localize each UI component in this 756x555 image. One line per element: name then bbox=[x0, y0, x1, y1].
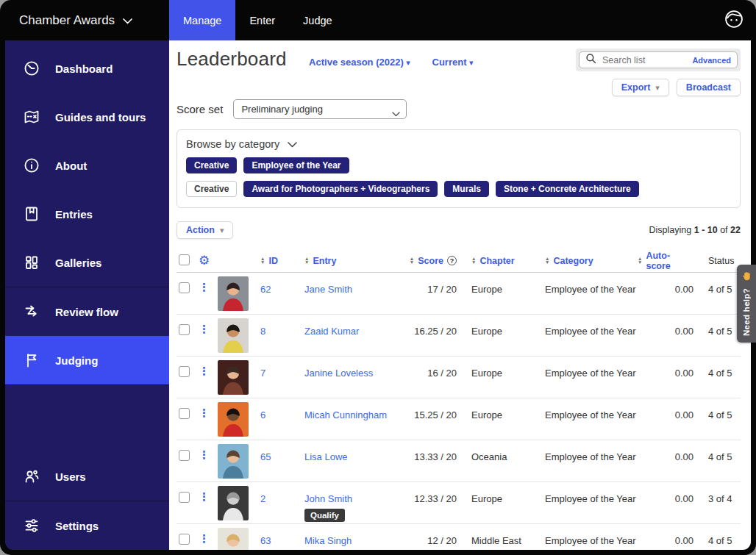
entry-id-cell: 2 bbox=[260, 482, 294, 504]
sidebar-item-label: Judging bbox=[55, 354, 98, 367]
info-icon bbox=[23, 157, 40, 174]
category-chip[interactable]: Murals bbox=[444, 181, 489, 197]
entry-photo[interactable] bbox=[218, 528, 249, 550]
action-button[interactable]: Action▾ bbox=[176, 221, 233, 239]
row-menu-icon[interactable]: ⋮ bbox=[199, 524, 218, 545]
entry-score: 17 / 20 bbox=[392, 273, 457, 295]
entry-id-link[interactable]: 8 bbox=[260, 326, 265, 337]
entry-photo[interactable] bbox=[218, 318, 249, 353]
account-switcher[interactable]: Chamber Awards bbox=[0, 0, 169, 40]
column-label: Auto-score bbox=[646, 251, 693, 271]
score-help-icon[interactable]: ? bbox=[447, 256, 457, 265]
entry-auto-score: 0.00 bbox=[638, 482, 699, 504]
sidebar-item-galleries[interactable]: Galleries bbox=[5, 238, 169, 287]
sidebar-item-label: Guides and tours bbox=[55, 111, 146, 123]
entry-photo-cell bbox=[218, 398, 260, 437]
row-menu-icon[interactable]: ⋮ bbox=[199, 273, 218, 294]
need-help-tab[interactable]: Need help? bbox=[737, 265, 756, 343]
entry-name-link[interactable]: Micah Cunningham bbox=[304, 409, 387, 420]
category-chip[interactable]: Stone + Concrete Architecture bbox=[496, 181, 639, 197]
column-header-chapter[interactable]: ▲▼Chapter bbox=[457, 256, 527, 266]
sidebar-item-dashboard[interactable]: Dashboard bbox=[5, 44, 169, 93]
row-checkbox[interactable] bbox=[179, 366, 190, 377]
entry-id-link[interactable]: 6 bbox=[260, 409, 265, 420]
sidebar-item-entries[interactable]: Entries bbox=[5, 190, 169, 238]
tab-manage[interactable]: Manage bbox=[169, 0, 235, 40]
list-toolbar: Action▾ Displaying 1 - 10 of 22 bbox=[176, 221, 741, 239]
sidebar-item-about[interactable]: About bbox=[5, 141, 169, 190]
grid-icon bbox=[23, 254, 40, 271]
row-checkbox[interactable] bbox=[179, 324, 190, 335]
sidebar-item-guides-and-tours[interactable]: Guides and tours bbox=[5, 93, 169, 141]
column-header-category[interactable]: ▲▼Category bbox=[527, 256, 638, 266]
entry-chapter: Oceania bbox=[457, 440, 527, 462]
entry-name-link[interactable]: John Smith bbox=[304, 493, 352, 504]
column-header-id[interactable]: ▲▼ID bbox=[260, 256, 294, 266]
entry-name-link[interactable]: Janine Loveless bbox=[304, 368, 373, 379]
tab-enter[interactable]: Enter bbox=[235, 0, 289, 40]
advanced-search-link[interactable]: Advanced bbox=[692, 56, 731, 65]
category-chip[interactable]: Creative bbox=[186, 181, 237, 197]
score-set-select[interactable]: Preliminary judging bbox=[233, 99, 407, 119]
entry-id-link[interactable]: 62 bbox=[260, 284, 271, 295]
sidebar-item-judging[interactable]: Judging bbox=[5, 336, 169, 384]
sidebar-item-users[interactable]: Users bbox=[5, 452, 169, 501]
entry-status: 4 of 5 bbox=[699, 273, 741, 295]
view-selector[interactable]: Current ▾ bbox=[432, 57, 474, 68]
row-checkbox[interactable] bbox=[179, 408, 190, 419]
table-row: ⋮ 7Janine Loveless16 / 20EuropeEmployee … bbox=[176, 357, 741, 398]
row-checkbox[interactable] bbox=[179, 282, 190, 293]
entry-id-link[interactable]: 7 bbox=[260, 368, 265, 379]
tab-judge[interactable]: Judge bbox=[289, 0, 346, 40]
row-menu-icon[interactable]: ⋮ bbox=[199, 440, 218, 462]
row-menu-icon[interactable]: ⋮ bbox=[199, 315, 218, 336]
entry-auto-score: 0.00 bbox=[638, 398, 699, 420]
entry-id-link[interactable]: 63 bbox=[260, 535, 271, 546]
export-button[interactable]: Export▾ bbox=[612, 79, 669, 96]
entry-photo[interactable] bbox=[218, 360, 249, 395]
user-avatar-icon[interactable] bbox=[723, 8, 745, 33]
row-menu-icon[interactable]: ⋮ bbox=[199, 482, 218, 504]
row-checkbox[interactable] bbox=[179, 492, 190, 503]
entry-photo[interactable] bbox=[218, 486, 249, 520]
entry-photo[interactable] bbox=[218, 402, 249, 437]
entry-name-link[interactable]: Zaaid Kumar bbox=[304, 326, 359, 337]
chevron-down-icon bbox=[288, 138, 297, 150]
season-selector[interactable]: Active season (2022) ▾ bbox=[309, 57, 413, 68]
select-all-checkbox[interactable] bbox=[179, 254, 190, 265]
entry-photo[interactable] bbox=[218, 444, 249, 479]
category-chip[interactable]: Creative bbox=[186, 157, 237, 173]
column-header-entry[interactable]: ▲▼Entry bbox=[294, 256, 392, 266]
entry-photo-cell bbox=[218, 357, 260, 395]
sidebar-nav: DashboardGuides and toursAboutEntriesGal… bbox=[5, 40, 169, 550]
entry-name-link[interactable]: Jane Smith bbox=[304, 284, 352, 295]
topbar-tabs: ManageEnterJudge bbox=[169, 0, 346, 40]
entry-name-link[interactable]: Mika Singh bbox=[304, 535, 352, 546]
entry-name-link[interactable]: Lisa Lowe bbox=[304, 451, 348, 462]
row-checkbox[interactable] bbox=[179, 534, 190, 545]
entry-status: 4 of 5 bbox=[699, 524, 741, 546]
column-header-auto_score[interactable]: ▲▼Auto-score bbox=[638, 251, 699, 271]
broadcast-button[interactable]: Broadcast bbox=[677, 79, 741, 96]
column-label: Score bbox=[418, 256, 443, 266]
entry-id-link[interactable]: 2 bbox=[260, 493, 265, 504]
sidebar-item-label: Galleries bbox=[55, 257, 101, 269]
column-header-score[interactable]: ▲▼Score? bbox=[392, 256, 457, 266]
entry-category: Employee of the Year bbox=[527, 315, 638, 337]
column-settings-gear-icon[interactable]: ⚙ bbox=[199, 253, 218, 268]
row-menu-icon[interactable]: ⋮ bbox=[199, 357, 218, 378]
sidebar-item-settings[interactable]: Settings bbox=[5, 501, 169, 550]
entry-id-cell: 65 bbox=[260, 440, 294, 462]
search-input[interactable] bbox=[601, 54, 688, 66]
entry-chapter: Middle East bbox=[457, 524, 527, 546]
sidebar-item-label: Users bbox=[55, 470, 86, 483]
entry-name-cell: Zaaid Kumar bbox=[294, 315, 392, 337]
sidebar-item-review-flow[interactable]: Review flow bbox=[5, 287, 169, 336]
entry-id-link[interactable]: 65 bbox=[260, 451, 271, 462]
category-chip[interactable]: Award for Photographers + Videographers bbox=[243, 181, 438, 197]
category-chip[interactable]: Employee of the Year bbox=[243, 157, 349, 173]
browse-by-category-toggle[interactable]: Browse by category bbox=[186, 138, 731, 150]
row-menu-icon[interactable]: ⋮ bbox=[199, 398, 218, 420]
entry-photo[interactable] bbox=[218, 276, 249, 311]
row-checkbox[interactable] bbox=[179, 450, 190, 461]
